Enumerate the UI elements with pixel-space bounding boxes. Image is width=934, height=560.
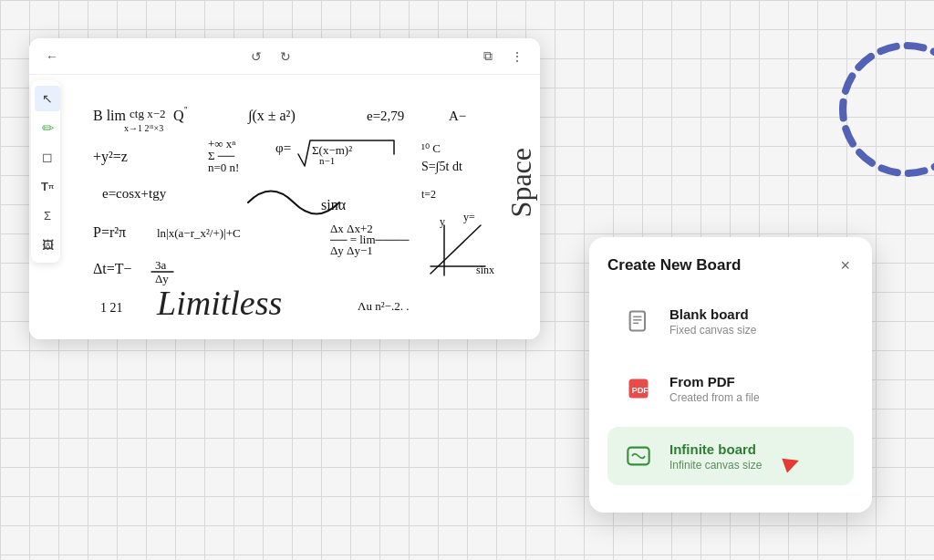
svg-text:Δt=T−: Δt=T− (93, 261, 132, 276)
svg-text:∫(x ± a²): ∫(x ± a²) (247, 108, 296, 125)
blank-board-icon (620, 303, 657, 339)
space-text: Space (504, 148, 538, 217)
svg-text:x→1 2ˡ¹×3: x→1 2ˡ¹×3 (124, 123, 163, 133)
blank-board-subtitle: Fixed canvas size (669, 324, 756, 337)
svg-text:n=0  n!: n=0 n! (208, 161, 239, 174)
svg-rect-38 (630, 312, 645, 331)
infinite-board-text: Infinite board Infinite canvas size (669, 441, 762, 472)
dashed-circle-decoration (825, 27, 934, 192)
copy-button[interactable]: ⧉ (478, 47, 498, 66)
svg-text:Λu n²−.2. .: Λu n²−.2. . (358, 299, 409, 313)
svg-point-37 (843, 46, 934, 173)
limitless-text: Limitless (157, 283, 282, 323)
blank-board-option[interactable]: Blank board Fixed canvas size (607, 292, 854, 350)
image-tool-button[interactable]: 🖼 (35, 232, 60, 257)
whiteboard-panel: ← ↺ ↻ ⧉ ⋮ B lim ctg x−2 Q '' ∫(x ± a²) e… (29, 38, 540, 339)
whiteboard-toolbar: ← ↺ ↻ ⧉ ⋮ (29, 38, 540, 75)
modal-title: Create New Board (607, 256, 741, 275)
infinite-board-subtitle: Infinite canvas size (669, 459, 762, 472)
svg-text:n−1: n−1 (319, 155, 335, 166)
modal-header: Create New Board × (607, 255, 854, 275)
redo-button[interactable]: ↻ (275, 47, 296, 66)
math-content-area: B lim ctg x−2 Q '' ∫(x ± a²) e=2,79 A− x… (29, 75, 540, 339)
svg-text:Δy      Δy−1: Δy Δy−1 (330, 244, 373, 257)
infinite-board-title: Infinite board (669, 441, 762, 459)
svg-text:3a: 3a (155, 258, 167, 272)
from-pdf-option[interactable]: PDF From PDF Created from a file (607, 359, 854, 418)
svg-text:e=2,79: e=2,79 (367, 109, 404, 123)
svg-text:sinx: sinx (476, 264, 494, 276)
infinite-board-option[interactable]: Infinite board Infinite canvas size (607, 427, 854, 485)
svg-text:ctg x−2: ctg x−2 (130, 107, 165, 120)
pen-tool-button[interactable]: ✏ (35, 115, 60, 140)
svg-text:e=cosx+tgy: e=cosx+tgy (102, 186, 167, 201)
svg-text:φ=: φ= (275, 140, 291, 155)
svg-text:Q: Q (173, 108, 184, 123)
blank-board-text: Blank board Fixed canvas size (669, 306, 756, 337)
from-pdf-subtitle: Created from a file (669, 391, 760, 404)
eraser-tool-button[interactable]: ◻ (35, 144, 60, 170)
svg-text:'': '' (184, 105, 188, 115)
left-toolbar: ↖ ✏ ◻ Tπ Σ 🖼 (31, 80, 60, 263)
svg-text:¹⁰  C: ¹⁰ C (421, 141, 441, 155)
create-new-board-modal[interactable]: Create New Board × Blank board Fixed can… (589, 237, 872, 513)
back-button[interactable]: ← (40, 47, 64, 66)
svg-text:y=: y= (463, 211, 475, 223)
from-pdf-text: From PDF Created from a file (669, 373, 760, 405)
svg-text:P=r²π: P=r²π (93, 224, 126, 240)
more-button[interactable]: ⋮ (505, 47, 529, 66)
svg-text:1    21: 1 21 (100, 301, 123, 315)
svg-text:A−: A− (449, 109, 466, 123)
text-tool-button[interactable]: Tπ (35, 173, 60, 199)
undo-button[interactable]: ↺ (245, 47, 267, 66)
formula-tool-button[interactable]: Σ (35, 202, 60, 228)
svg-text:+y²=z: +y²=z (93, 149, 128, 165)
infinite-board-icon (620, 438, 657, 474)
blank-board-title: Blank board (669, 306, 756, 324)
svg-text:t=2: t=2 (421, 188, 436, 201)
svg-text:sinα: sinα (321, 197, 347, 213)
pdf-icon: PDF (620, 370, 657, 407)
svg-text:S=∫5t dt: S=∫5t dt (421, 160, 462, 174)
svg-text:PDF: PDF (631, 386, 649, 395)
svg-text:ln|x(a−r_x²/+)|+C: ln|x(a−r_x²/+)|+C (157, 226, 241, 240)
from-pdf-title: From PDF (669, 373, 760, 391)
svg-text:B lim: B lim (93, 108, 127, 123)
modal-close-button[interactable]: × (836, 255, 854, 275)
select-tool-button[interactable]: ↖ (35, 86, 60, 111)
